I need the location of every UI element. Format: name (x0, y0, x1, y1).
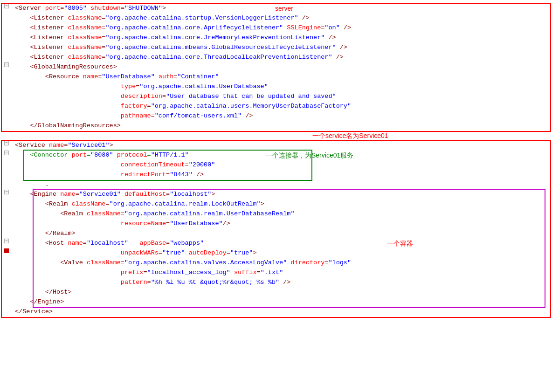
token-green-tag: = (87, 151, 90, 158)
line: <Listener className="org.apache.catalina… (0, 14, 559, 23)
expand-icon[interactable]: − (4, 141, 9, 145)
expand-icon[interactable]: − (4, 190, 9, 194)
token-attr-name: suffix (234, 269, 257, 276)
token-tag (230, 269, 234, 276)
line: </Host> (0, 288, 559, 297)
token-attr-name: description (121, 93, 162, 100)
line-content: <Listener className="org.apache.catalina… (13, 23, 559, 33)
line: <Listener className="org.apache.catalina… (0, 33, 559, 43)
token-attr-val: ".txt" (261, 269, 283, 276)
line-content: . (13, 180, 559, 190)
token-green-tag (113, 151, 117, 158)
expand-icon[interactable]: − (4, 4, 9, 8)
token-tag: <Resource (45, 73, 83, 80)
line: </Service> (0, 307, 559, 317)
token-attr-val: "Service01" (68, 142, 109, 149)
line: redirectPort="8443" /> (0, 170, 559, 180)
token-tag: > (162, 5, 166, 12)
token-tag: /> (298, 14, 310, 21)
expand-icon[interactable]: − (4, 151, 9, 155)
line: −<Server port="8005" shutdown="SHUTDOWN"… (0, 4, 559, 14)
token-tag: > (253, 249, 256, 256)
token-tag: </GlobalNamingResources> (30, 122, 120, 129)
token-attr-name: className (87, 210, 121, 217)
line-content: </Realm> (13, 229, 559, 239)
expand-icon[interactable]: − (4, 239, 9, 243)
token-tag: <Listener (30, 34, 68, 41)
line-content: <Valve className="org.apache.catalina.va… (13, 258, 559, 268)
line-content: <Engine name="Service01" defaultHost="lo… (13, 190, 559, 199)
line: − <GlobalNamingResources> (0, 62, 559, 72)
token-tag: > (211, 191, 215, 198)
token-tag: </Realm> (45, 230, 76, 237)
token-attr-name: resourceName (121, 220, 166, 227)
token-attr-val: "org.apache.catalina.startup.VersionLogg… (105, 14, 298, 21)
token-attr-val: "org.apache.catalina.core.ThreadLocalLea… (105, 54, 332, 61)
token-tag: > (261, 200, 264, 207)
token-attr-name: className (68, 44, 102, 51)
token-attr-val: "localhost" (170, 191, 211, 198)
line-gutter (0, 248, 13, 253)
token-tag: = (166, 191, 170, 198)
line: pattern="%h %l %u %t &quot;%r&quot; %s %… (0, 278, 559, 288)
token-tag: /> (324, 34, 336, 41)
token-attr-name: className (68, 54, 102, 61)
line-content: <Realm className="org.apache.catalina.re… (13, 199, 559, 209)
token-attr-val: "localhost" (87, 240, 128, 247)
line-gutter: − (0, 190, 13, 194)
token-tag: = (151, 112, 155, 119)
annotation-label: server (275, 4, 293, 14)
token-attr-val: "8443" (170, 171, 193, 178)
expand-icon[interactable]: − (4, 62, 9, 67)
token-tag: <Engine (30, 191, 60, 198)
token-attr-val: "%h %l %u %t &quot;%r&quot; %s %b" (151, 279, 279, 286)
token-green-tag: <Connector (30, 151, 71, 158)
token-tag: /> (336, 44, 347, 51)
token-attr-val: "webapps" (170, 240, 204, 247)
token-green-tag: = (147, 151, 151, 158)
token-tag: = (105, 200, 109, 207)
token-tag: = (257, 269, 261, 276)
red-square-marker (4, 248, 9, 253)
token-tag: = (162, 93, 166, 100)
token-attr-name: name (60, 191, 75, 198)
line-content: <Listener className="org.apache.catalina… (13, 14, 559, 23)
token-tag: = (185, 161, 189, 168)
line: <Realm className="org.apache.catalina.re… (0, 209, 559, 219)
token-tag: </Service> (15, 308, 53, 315)
line-content: <Listener className="org.apache.catalina… (13, 33, 559, 43)
line: <Listener className="org.apache.catalina… (0, 53, 559, 62)
token-attr-val: "org.apache.catalina.core.AprLifecycleLi… (105, 24, 283, 31)
annotation-label: 一个service名为Service01 (312, 131, 388, 141)
token-attr-name: name (83, 73, 98, 80)
token-tag: = (147, 279, 151, 286)
token-tag: = (121, 259, 124, 266)
line: </Engine> (0, 297, 559, 307)
token-attr-val: "UserDatabase" (170, 220, 222, 227)
line: </GlobalNamingResources> (0, 121, 559, 131)
token-attr-val: "SHUTDOWN" (124, 5, 162, 12)
token-attr-val: "UserDatabase" (102, 73, 154, 80)
token-tag: = (166, 240, 170, 247)
token-attr-name: defaultHost (124, 191, 166, 198)
line: − <Engine name="Service01" defaultHost="… (0, 190, 559, 199)
line: </Realm> (0, 229, 559, 239)
token-attr-name: className (68, 34, 102, 41)
token-attr-val: "8080" (90, 151, 113, 158)
token-tag: </Engine> (30, 298, 64, 305)
line: <Listener className="org.apache.catalina… (0, 43, 559, 53)
token-attr-val: "Service01" (79, 191, 121, 198)
token-attr-name: port (72, 151, 87, 158)
token-tag: /> (332, 54, 344, 61)
line: 一个service名为Service01 (0, 131, 559, 141)
token-attr-val: "org.apache.catalina.realm.LockOutRealm" (110, 200, 261, 207)
token-attr-name: unpackWARs (121, 249, 159, 256)
token-attr-val: "User database that can be updated and s… (166, 93, 336, 100)
token-attr-name: port (45, 5, 60, 12)
token-attr-name: type (121, 83, 136, 90)
token-tag: < (15, 5, 19, 12)
line-gutter: − (0, 141, 13, 145)
token-attr-name: className (68, 14, 102, 21)
line-content: pattern="%h %l %u %t &quot;%r&quot; %s %… (13, 278, 559, 288)
token-tag (87, 5, 90, 12)
